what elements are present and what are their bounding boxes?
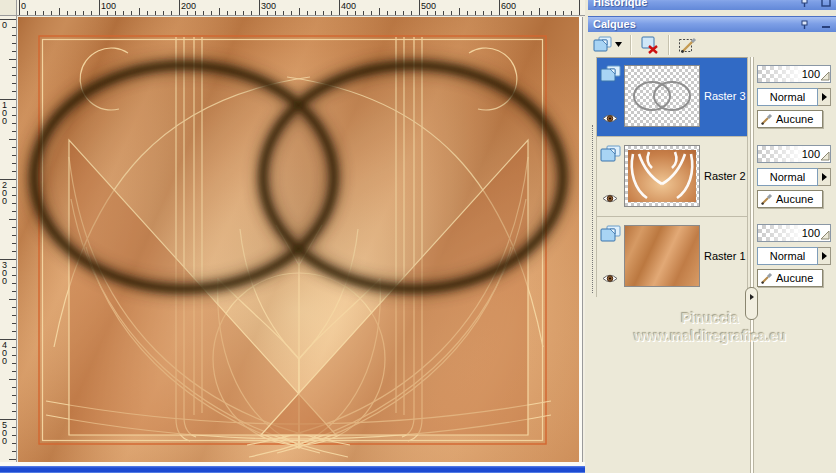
pin-icon[interactable] [798, 19, 810, 30]
ruler-tick [12, 211, 16, 212]
ruler-tick [147, 11, 148, 15]
ruler-tick [9, 379, 16, 380]
ruler-tick [12, 387, 16, 388]
ruler-label: 2 0 0 [2, 181, 7, 205]
blend-mode-arrow-button[interactable] [818, 168, 831, 186]
layers-title: Calques [593, 18, 636, 30]
ruler-tick [483, 11, 484, 15]
layer-thumbnail[interactable] [624, 65, 700, 127]
ruler-tick [203, 11, 204, 15]
layer-props-raster2: 100 Normal Aucune [757, 145, 833, 208]
pin-icon[interactable] [798, 0, 810, 8]
layer-thumbnail[interactable] [624, 145, 700, 207]
delete-layer-button[interactable] [635, 34, 665, 56]
ruler-tick [12, 123, 16, 124]
ruler-tick [12, 307, 16, 308]
brush-icon [761, 272, 774, 284]
opacity-slider[interactable]: 100 [757, 145, 831, 163]
ruler-tick [9, 219, 16, 220]
ruler-tick [12, 251, 16, 252]
ruler-label: 3 0 0 [2, 261, 7, 285]
link-set-button[interactable]: Aucune [757, 269, 823, 287]
ruler-tick [123, 11, 124, 15]
blend-mode-arrow-button[interactable] [818, 247, 831, 265]
ruler-label: 4 0 0 [2, 341, 7, 365]
blend-mode-select[interactable]: Normal [757, 247, 818, 265]
ruler-tick [12, 395, 16, 396]
ruler-tick [9, 139, 16, 140]
opacity-slider[interactable]: 100 [757, 65, 831, 83]
layers-palette-titlebar[interactable]: Calques [588, 16, 836, 32]
history-title: Historique [593, 0, 647, 8]
link-set-button[interactable]: Aucune [757, 110, 823, 128]
ruler-tick [12, 427, 16, 428]
canvas-artwork[interactable] [18, 17, 579, 462]
opacity-value: 100 [802, 148, 820, 160]
dock-icon[interactable] [820, 0, 832, 8]
ruler-tick [571, 11, 572, 15]
ruler-tick [12, 411, 16, 412]
ruler-tick [155, 11, 156, 15]
ruler-tick [195, 11, 196, 15]
background-window-edge[interactable] [0, 466, 585, 473]
ruler-label: 0 [2, 21, 7, 29]
visibility-eye-icon[interactable] [602, 110, 618, 128]
ruler-tick [307, 11, 308, 15]
ruler-tick [12, 155, 16, 156]
ruler-tick [555, 11, 556, 15]
edit-selection-button[interactable] [673, 34, 703, 56]
ruler-tick [403, 11, 404, 15]
visibility-eye-icon[interactable] [602, 270, 618, 288]
ruler-tick [139, 8, 140, 15]
opacity-slider-handle[interactable] [821, 67, 830, 85]
link-set-button[interactable]: Aucune [757, 190, 823, 208]
ruler-tick [12, 171, 16, 172]
layer-type-icon [600, 145, 622, 167]
opacity-slider-handle[interactable] [821, 226, 830, 244]
ruler-tick [9, 59, 16, 60]
ruler-tick [12, 67, 16, 68]
layer-row-raster2[interactable]: Raster 2 [597, 138, 747, 217]
ruler-tick [251, 11, 252, 15]
ruler-tick [12, 131, 16, 132]
palette-splitter[interactable] [750, 57, 754, 473]
ruler-tick [371, 11, 372, 15]
ruler-label: 200 [181, 1, 196, 11]
ruler-tick [12, 283, 16, 284]
ruler-tick [299, 8, 300, 15]
ruler-tick [12, 147, 16, 148]
ruler-tick [387, 11, 388, 15]
ruler-tick [219, 8, 220, 15]
opacity-slider-handle[interactable] [821, 147, 830, 165]
vertical-ruler: 01 0 02 0 03 0 04 0 05 0 0 [0, 16, 17, 462]
collapse-icon[interactable] [820, 19, 832, 30]
horizontal-ruler: 0100200300400500600 [17, 0, 585, 16]
ruler-tick [467, 11, 468, 15]
ruler-tick [107, 11, 108, 15]
ruler-tick [12, 355, 16, 356]
ruler-tick [163, 11, 164, 15]
layer-row-raster3[interactable]: Raster 3 [597, 58, 747, 137]
history-palette-titlebar[interactable]: Historique [588, 0, 836, 10]
blend-mode-arrow-button[interactable] [818, 88, 831, 106]
new-layer-button[interactable] [588, 34, 627, 56]
layer-thumbnail[interactable] [624, 225, 700, 287]
layer-name: Raster 1 [704, 250, 746, 262]
visibility-eye-icon[interactable] [602, 190, 618, 208]
opacity-slider[interactable]: 100 [757, 224, 831, 242]
ruler-tick [515, 11, 516, 15]
ruler-tick [12, 435, 16, 436]
layer-row-raster1[interactable]: Raster 1 [597, 218, 747, 297]
ruler-tick [115, 11, 116, 15]
triangle-right-icon [822, 93, 827, 101]
brush-icon [761, 113, 774, 125]
blend-mode-select[interactable]: Normal [757, 88, 818, 106]
ruler-tick [459, 8, 460, 15]
ruler-tick [211, 11, 212, 15]
ruler-tick [12, 91, 16, 92]
blend-mode-select[interactable]: Normal [757, 168, 818, 186]
ruler-tick [19, 0, 20, 15]
ruler-tick [12, 315, 16, 316]
ruler-tick [443, 11, 444, 15]
opacity-value: 100 [802, 68, 820, 80]
